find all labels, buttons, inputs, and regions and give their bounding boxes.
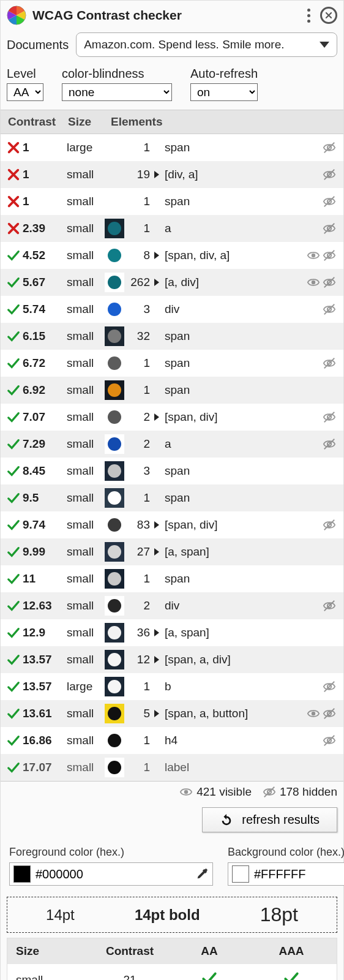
eye-off-icon[interactable]	[323, 707, 336, 720]
element-count: 12	[124, 653, 154, 666]
table-row[interactable]: 16.86 small 1 h4	[1, 727, 343, 754]
size-value: small	[67, 168, 105, 181]
status-icon	[7, 356, 23, 370]
eye-open-icon[interactable]	[307, 249, 320, 262]
element-types: [a, span]	[163, 626, 336, 639]
table-row[interactable]: 7.29 small 2 a	[1, 431, 343, 458]
eye-off-icon[interactable]	[323, 195, 336, 208]
eye-off-icon[interactable]	[323, 437, 336, 451]
table-row[interactable]: 8.45 small 3 span	[1, 458, 343, 484]
table-row[interactable]: 17.07 small 1 label	[1, 754, 343, 781]
eye-off-icon[interactable]	[323, 356, 336, 370]
visible-count: 421 visible	[196, 785, 252, 799]
eyedropper-icon[interactable]	[195, 867, 209, 881]
status-icon	[7, 437, 23, 451]
table-row[interactable]: 1 large 1 span	[1, 134, 343, 161]
expand-toggle[interactable]	[154, 252, 163, 259]
color-swatch	[105, 273, 124, 292]
caret-right-icon	[154, 279, 160, 286]
element-types: a	[163, 222, 323, 235]
refresh-button[interactable]: refresh results	[202, 807, 337, 832]
table-row[interactable]: 13.57 small 12 [span, a, div]	[1, 646, 343, 673]
status-icon	[7, 141, 23, 154]
element-types: span	[163, 464, 336, 478]
expand-toggle[interactable]	[154, 656, 163, 663]
element-count: 1	[124, 356, 154, 370]
rt-aaa	[246, 964, 337, 980]
documents-select[interactable]: Amazon.com. Spend less. Smile more.	[76, 32, 337, 57]
contrast-value: 5.67	[23, 276, 67, 289]
eye-off-icon[interactable]	[323, 599, 336, 612]
expand-toggle[interactable]	[154, 279, 163, 286]
menu-button[interactable]	[304, 9, 314, 23]
eye-off-icon[interactable]	[323, 249, 336, 262]
table-row[interactable]: 2.39 small 1 a	[1, 215, 343, 242]
contrast-value: 9.74	[23, 518, 67, 532]
table-row[interactable]: 5.67 small 262 [a, div]	[1, 269, 343, 296]
table-row[interactable]: 13.57 large 1 b	[1, 673, 343, 700]
eye-open-icon[interactable]	[307, 707, 320, 720]
color-swatch	[105, 704, 124, 723]
table-row[interactable]: 13.61 small 5 [span, a, button]	[1, 700, 343, 727]
table-row[interactable]: 7.07 small 2 [span, div]	[1, 404, 343, 431]
eye-off-icon[interactable]	[323, 141, 336, 154]
expand-toggle[interactable]	[154, 710, 163, 717]
element-types: b	[163, 680, 323, 693]
color-swatch	[105, 192, 124, 211]
contrast-value: 13.57	[23, 653, 67, 666]
eye-off-icon[interactable]	[323, 276, 336, 289]
table-row[interactable]: 6.92 small 1 span	[1, 377, 343, 404]
table-row[interactable]: 9.5 small 1 span	[1, 484, 343, 511]
color-swatch	[105, 731, 124, 750]
size-value: small	[67, 491, 105, 505]
expand-toggle[interactable]	[154, 413, 163, 421]
status-icon	[7, 464, 23, 478]
color-swatch	[105, 650, 124, 669]
element-types: [a, span]	[163, 545, 336, 559]
table-row[interactable]: 1 small 1 span	[1, 188, 343, 215]
table-row[interactable]: 5.74 small 3 div	[1, 296, 343, 323]
close-button[interactable]	[320, 7, 337, 24]
table-row[interactable]: 6.72 small 1 span	[1, 350, 343, 377]
eye-off-icon[interactable]	[323, 410, 336, 424]
expand-toggle[interactable]	[154, 521, 163, 529]
eye-off-icon[interactable]	[323, 303, 336, 316]
th-elements: Elements	[111, 115, 336, 129]
level-select[interactable]: AA	[7, 83, 43, 101]
visibility-toggles	[323, 599, 336, 612]
foreground-swatch[interactable]	[13, 865, 31, 883]
eye-off-icon[interactable]	[323, 680, 336, 693]
table-row[interactable]: 6.15 small 32 span	[1, 323, 343, 350]
background-hex-input[interactable]	[254, 867, 344, 881]
background-swatch[interactable]	[232, 865, 249, 883]
table-row[interactable]: 1 small 19 [div, a]	[1, 161, 343, 188]
color-swatch	[105, 515, 124, 535]
color-swatch	[105, 353, 124, 373]
table-row[interactable]: 4.52 small 8 [span, div, a]	[1, 242, 343, 269]
element-types: a	[163, 437, 323, 451]
expand-toggle[interactable]	[154, 171, 163, 178]
table-row[interactable]: 9.99 small 27 [a, span]	[1, 538, 343, 565]
foreground-hex-input[interactable]	[36, 867, 190, 881]
expand-toggle[interactable]	[154, 548, 163, 556]
eye-off-icon[interactable]	[323, 734, 336, 747]
table-row[interactable]: 12.9 small 36 [a, span]	[1, 619, 343, 646]
auto-refresh-select[interactable]: on	[190, 83, 258, 101]
table-row[interactable]: 9.74 small 83 [span, div]	[1, 511, 343, 538]
eye-off-icon[interactable]	[323, 222, 336, 235]
color-blindness-select[interactable]: none	[62, 83, 172, 101]
table-row[interactable]: 12.63 small 2 div	[1, 592, 343, 619]
caret-right-icon	[154, 656, 160, 663]
caret-right-icon	[154, 629, 160, 636]
size-value: small	[67, 222, 105, 235]
eye-open-icon[interactable]	[307, 276, 320, 289]
size-value: small	[67, 383, 105, 397]
expand-toggle[interactable]	[154, 629, 163, 636]
eye-off-icon[interactable]	[323, 518, 336, 532]
th-size: Size	[68, 115, 111, 129]
table-row[interactable]: 11 small 1 span	[1, 565, 343, 592]
eye-off-icon[interactable]	[323, 168, 336, 181]
caret-right-icon	[154, 171, 160, 178]
color-swatch	[105, 623, 124, 643]
element-count: 8	[124, 249, 154, 262]
